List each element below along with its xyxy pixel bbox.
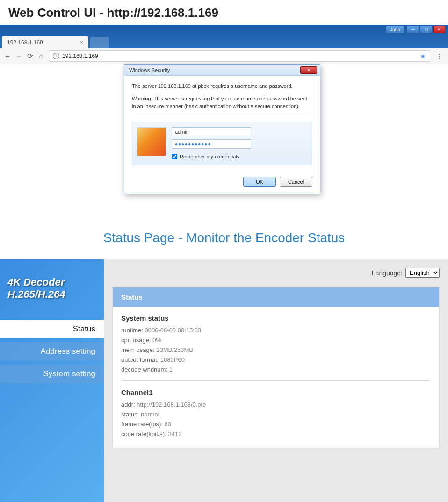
sidebar-item-address-setting[interactable]: Address setting — [0, 342, 104, 361]
dialog-message: The server 192.168.1.169 at pbox require… — [132, 82, 312, 90]
system-status-heading: System status — [121, 314, 431, 322]
browser-menu-icon[interactable]: ⋮ — [434, 52, 444, 60]
runtime-row: runtime: 0000-00-00 00:15:03 — [121, 327, 431, 334]
tab-strip: 192.168.1.169 × — [0, 34, 448, 48]
language-row: Language: English — [112, 268, 440, 278]
remember-label: Remember my credentials — [180, 153, 239, 161]
avatar-icon — [137, 127, 166, 156]
site-info-icon[interactable]: i — [53, 53, 59, 59]
language-label: Language: — [372, 269, 403, 277]
auth-dialog: Windows Security ✕ The server 192.168.1.… — [124, 64, 320, 194]
panel-heading: Status — [113, 287, 439, 307]
logo-line2: H.265/H.264 — [7, 288, 104, 301]
address-bar: ← → ⟳ ⌂ i 192.168.1.169 ★ ⋮ — [0, 48, 448, 64]
cancel-button[interactable]: Cancel — [280, 177, 312, 187]
close-button[interactable]: ✕ — [433, 26, 445, 33]
viewport: Windows Security ✕ The server 192.168.1.… — [0, 64, 448, 207]
tab-close-icon[interactable]: × — [79, 39, 83, 46]
fps-row: frame rate(fps): 60 — [121, 421, 431, 428]
mem-row: mem usage: 23MB/253MB — [121, 346, 431, 353]
tab-label: 192.168.1.169 — [7, 39, 43, 46]
username-field[interactable] — [172, 127, 251, 136]
sidebar-item-system-setting[interactable]: System setting — [0, 365, 104, 383]
status-panel: Status System status runtime: 0000-00-00… — [112, 287, 440, 448]
maximize-button[interactable]: ◻ — [420, 26, 432, 33]
home-icon[interactable]: ⌂ — [37, 52, 45, 60]
window-titlebar: John — ◻ ✕ — [0, 25, 448, 34]
wndnum-row: decode wndnum: 1 — [121, 366, 431, 373]
back-icon[interactable]: ← — [4, 52, 11, 60]
status-row: status: normal — [121, 411, 431, 418]
addr-row: addr: http://192.168.1.168/0.pte — [121, 401, 431, 408]
user-badge[interactable]: John — [386, 26, 405, 34]
dialog-title: Windows Security — [129, 67, 170, 73]
decoder-app: 4K Decoder H.265/H.264 Status Address se… — [0, 259, 448, 502]
logo: 4K Decoder H.265/H.264 — [0, 276, 104, 301]
browser-tab[interactable]: 192.168.1.169 × — [2, 36, 88, 48]
remember-checkbox-input[interactable] — [172, 154, 177, 159]
minimize-button[interactable]: — — [407, 26, 419, 33]
language-select[interactable]: English — [405, 268, 440, 278]
output-row: output format: 1080P60 — [121, 356, 431, 363]
forward-icon[interactable]: → — [15, 52, 22, 60]
page-title: Web Control UI - http://192.168.1.169 — [0, 0, 448, 25]
logo-line1: 4K Decoder — [7, 276, 104, 288]
dialog-titlebar: Windows Security ✕ — [124, 65, 320, 76]
sidebar: 4K Decoder H.265/H.264 Status Address se… — [0, 259, 104, 502]
coderate-row: code rate(kbit/s): 3412 — [121, 430, 431, 437]
channel-heading: Channel1 — [121, 388, 431, 396]
sidebar-item-status[interactable]: Status — [0, 320, 104, 338]
cpu-row: cpu usage: 0% — [121, 337, 431, 344]
dialog-warning: Warning: This server is requesting that … — [132, 95, 312, 110]
content-area: Language: English Status System status r… — [104, 259, 448, 502]
dialog-close-icon[interactable]: ✕ — [300, 66, 317, 74]
url-text: 192.168.1.169 — [62, 53, 98, 59]
dialog-body: The server 192.168.1.169 at pbox require… — [124, 76, 320, 172]
credentials-box: ●●●●●●●●●●● Remember my credentials — [132, 122, 312, 166]
section-heading: Status Page - Monitor the Encoder Status — [0, 207, 448, 259]
ok-button[interactable]: OK — [243, 177, 276, 187]
password-field[interactable]: ●●●●●●●●●●● — [172, 139, 251, 149]
bookmark-star-icon[interactable]: ★ — [420, 52, 426, 60]
browser-window: John — ◻ ✕ 192.168.1.169 × ← → ⟳ ⌂ i 192… — [0, 25, 448, 207]
new-tab-button[interactable] — [90, 37, 109, 48]
remember-checkbox[interactable]: Remember my credentials — [172, 153, 307, 161]
url-input[interactable]: i 192.168.1.169 ★ — [49, 50, 430, 62]
reload-icon[interactable]: ⟳ — [26, 52, 34, 60]
